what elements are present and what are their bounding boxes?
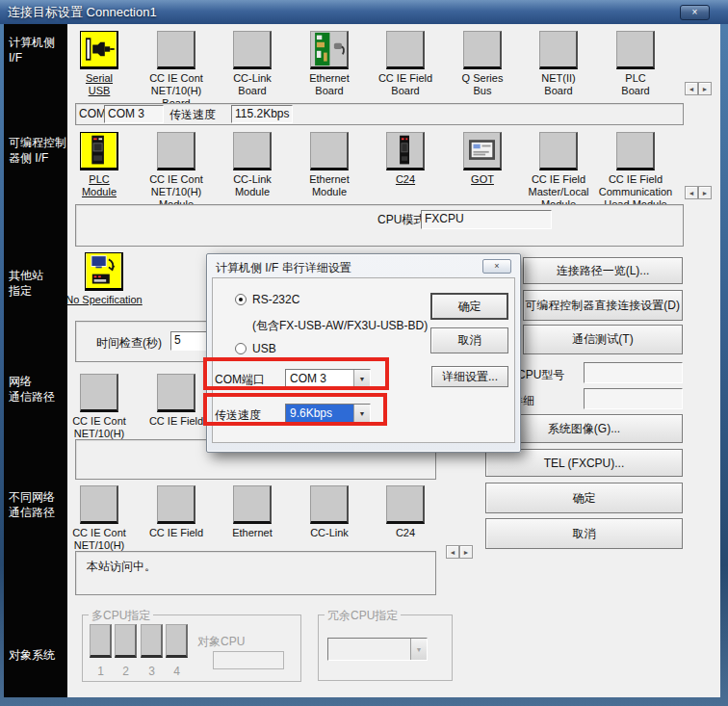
target-cpu-label: 对象CPU xyxy=(197,634,245,650)
cpu-mode-field: FXCPU xyxy=(421,210,552,229)
serial-dialog-title: 计算机侧 I/F 串行详细设置 xyxy=(216,260,351,276)
connection-list-button[interactable]: 连接路径一览(L)... xyxy=(523,257,683,284)
netroute-label-cc-ie-cont: CC IE Cont NET/10(H) xyxy=(55,415,143,440)
pcif-scroll-right-button[interactable]: ► xyxy=(698,82,712,95)
diffnet-cc-ie-field-icon xyxy=(157,485,195,524)
plcif-label-cc-link-module: CC-Link Module xyxy=(208,173,297,198)
plcif-scroll-left-button[interactable]: ◄ xyxy=(685,186,698,199)
cc-link-module-icon xyxy=(233,132,272,170)
cc-link-board-icon xyxy=(233,31,272,69)
sidebar-item-other-station: 其他站 指定 xyxy=(9,268,43,299)
cc-ie-cont-module-icon xyxy=(157,132,195,170)
diffnet-c24-icon xyxy=(386,485,425,524)
multi-cpu-label-3: 3 xyxy=(141,665,163,678)
plcif-cell-cc-link-module: CC-Link Module xyxy=(208,132,297,198)
no-specification-label: No Specification xyxy=(60,294,148,306)
comm-test-button[interactable]: 通信测试(T) xyxy=(523,325,683,354)
redundant-cpu-dropdown-arrow-icon: ▼ xyxy=(410,639,427,660)
cc-ie-field-master-icon xyxy=(539,132,578,170)
pcif-cell-net2-board: NET(II) Board xyxy=(514,31,603,97)
plcif-label-plc-module: PLC Module xyxy=(55,173,143,198)
detail-settings-button[interactable]: 详细设置... xyxy=(431,366,508,387)
target-cpu-field xyxy=(213,651,284,669)
serial-usb-icon xyxy=(80,31,118,69)
detail-field xyxy=(584,388,683,409)
pcif-label-plc-board: PLC Board xyxy=(591,72,680,97)
pcif-cell-cc-ie-field-board: CC IE Field Board xyxy=(361,31,450,97)
sidebar-item-network-route: 网络 通信路径 xyxy=(9,374,55,405)
baud-value-field: 115.2Kbps xyxy=(231,105,293,123)
diffnet-scroll-right-button[interactable]: ► xyxy=(459,545,473,559)
plc-module-icon xyxy=(80,132,118,170)
window-title: 连接目标设置 Connection1 xyxy=(8,4,157,21)
usb-label: USB xyxy=(252,342,276,355)
pcif-label-cc-ie-field-board: CC IE Field Board xyxy=(361,72,450,97)
rs232c-note: (包含FX-USB-AW/FX3U-USB-BD) xyxy=(252,318,428,334)
sidebar-item-pc-if: 计算机侧 I/F xyxy=(9,35,55,65)
pcif-cell-plc-board: PLC Board xyxy=(591,31,680,97)
diffnet-cell-c24: C24 xyxy=(361,485,450,539)
multi-cpu-button-2 xyxy=(115,624,137,658)
ok-button[interactable]: 确定 xyxy=(485,483,683,513)
time-check-label: 时间检查(秒) xyxy=(96,335,162,352)
window-titlebar: 连接目标设置 Connection1 xyxy=(0,0,728,24)
plcif-cell-cc-ie-field-head: CC IE Field Communication Head Module xyxy=(591,132,680,211)
cpu-model-field xyxy=(584,362,683,383)
q-series-bus-icon xyxy=(463,31,502,69)
access-status-text: 本站访问中。 xyxy=(87,559,156,575)
pcif-label-serial-usb: Serial USB xyxy=(55,72,143,97)
pcif-cell-serial-usb[interactable]: Serial USB xyxy=(55,31,143,97)
no-specification-icon xyxy=(85,252,123,291)
com-settings-panel xyxy=(75,103,684,125)
diffnet-cell-cc-ie-cont: CC IE Cont NET/10(H) xyxy=(55,485,143,552)
pcif-cell-cc-link-board: CC-Link Board xyxy=(208,31,297,97)
serial-dialog-close-button[interactable]: × xyxy=(482,259,511,274)
baud-label: 传送速度 xyxy=(169,107,216,123)
cancel-button[interactable]: 取消 xyxy=(485,518,683,549)
pcif-label-cc-link-board: CC-Link Board xyxy=(208,72,297,97)
diffnet-cell-ethernet: Ethernet xyxy=(208,485,297,539)
multi-cpu-button-1 xyxy=(90,624,112,658)
pcif-scroll-left-button[interactable]: ◄ xyxy=(685,82,698,95)
direct-connection-button[interactable]: 可编程控制器直接连接设置(D) xyxy=(523,290,683,321)
netroute-cc-ie-field-icon xyxy=(157,374,195,412)
rs232c-label: RS-232C xyxy=(252,293,299,306)
cc-ie-cont-board-icon xyxy=(157,31,195,69)
plc-board-icon xyxy=(616,31,655,69)
other-station-cell-no-spec[interactable]: No Specification xyxy=(60,252,148,306)
rs232c-radio[interactable] xyxy=(235,294,247,305)
plcif-cell-cc-ie-field-master: CC IE Field Master/Local Module xyxy=(514,132,603,211)
usb-radio[interactable] xyxy=(235,343,247,354)
multi-cpu-label-2: 2 xyxy=(115,665,137,678)
serial-dialog-ok-button[interactable]: 确定 xyxy=(430,293,508,320)
multi-cpu-group-title: 多CPU指定 xyxy=(89,608,153,624)
plcif-cell-c24[interactable]: C24 xyxy=(361,132,450,186)
plcif-label-c24: C24 xyxy=(361,173,450,186)
cpu-mode-label: CPU模式 xyxy=(377,212,425,228)
multi-cpu-label-4: 4 xyxy=(166,665,188,678)
highlight-box-com-port xyxy=(203,357,389,390)
sidebar: 计算机侧 I/F 可编程控制 器侧 I/F 其他站 指定 网络 通信路径 不同网… xyxy=(4,24,67,697)
serial-dialog-cancel-button[interactable]: 取消 xyxy=(430,327,508,353)
ethernet-board-icon xyxy=(310,31,349,69)
diffnet-label-cc-ie-cont: CC IE Cont NET/10(H) xyxy=(55,527,143,552)
net2-board-icon xyxy=(539,31,578,69)
tel-button[interactable]: TEL (FXCPU)... xyxy=(485,449,683,477)
multi-cpu-button-3 xyxy=(141,624,163,658)
plcif-scroll-right-button[interactable]: ► xyxy=(698,186,712,199)
redundant-cpu-dropdown: ▼ xyxy=(327,638,428,661)
com-label: COM xyxy=(79,107,106,120)
window-close-button[interactable]: × xyxy=(680,5,710,20)
multi-cpu-button-4 xyxy=(166,624,188,658)
diffnet-scroll-left-button[interactable]: ◄ xyxy=(446,545,459,559)
cc-ie-field-board-icon xyxy=(386,31,425,69)
diffnet-label-ethernet: Ethernet xyxy=(208,527,297,539)
plcif-cell-plc-module[interactable]: PLC Module xyxy=(55,132,143,198)
highlight-box-baud-rate xyxy=(203,393,387,426)
transfer-setup-window: 连接目标设置 Connection1 × 计算机侧 I/F 可编程控制 器侧 I… xyxy=(0,0,728,706)
netroute-cell-cc-ie-cont: CC IE Cont NET/10(H) xyxy=(55,374,143,440)
diffnet-cc-link-icon xyxy=(310,485,349,524)
ethernet-module-icon xyxy=(310,132,349,170)
redundant-cpu-group-title: 冗余CPU指定 xyxy=(325,608,401,624)
com-value-field: COM 3 xyxy=(104,105,164,123)
